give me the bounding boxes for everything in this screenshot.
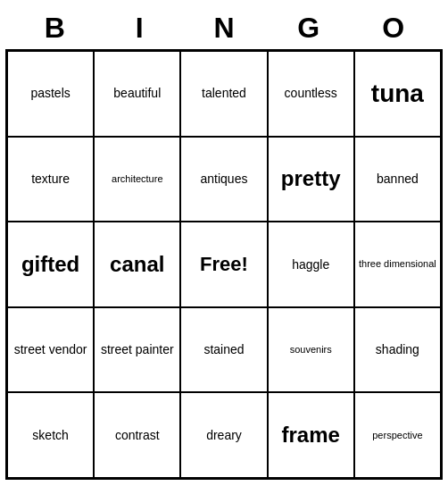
bingo-letter-g: G xyxy=(270,12,348,45)
bingo-cell-6: architecture xyxy=(94,137,180,222)
bingo-cell-24: perspective xyxy=(354,392,441,478)
bingo-cell-10: gifted xyxy=(7,222,94,307)
bingo-cell-0: pastels xyxy=(7,51,94,137)
bingo-cell-20: sketch xyxy=(7,392,94,478)
bingo-grid: pastelsbeautifultalentedcountlesstunatex… xyxy=(5,49,443,480)
bingo-cell-12: Free! xyxy=(180,222,267,307)
bingo-cell-1: beautiful xyxy=(94,51,180,137)
bingo-cell-8: pretty xyxy=(268,137,354,222)
bingo-letter-b: B xyxy=(15,12,94,45)
bingo-cell-15: street vendor xyxy=(7,307,94,393)
bingo-cell-13: haggle xyxy=(268,222,354,307)
bingo-letter-o: O xyxy=(354,12,433,45)
bingo-cell-16: street painter xyxy=(94,307,180,393)
bingo-cell-7: antiques xyxy=(180,137,267,222)
bingo-letter-i: I xyxy=(100,12,178,45)
bingo-cell-22: dreary xyxy=(180,392,267,478)
bingo-cell-19: shading xyxy=(354,307,441,393)
bingo-cell-17: stained xyxy=(180,307,267,393)
bingo-cell-5: texture xyxy=(7,137,94,222)
bingo-cell-11: canal xyxy=(94,222,180,307)
bingo-card: BINGO pastelsbeautifultalentedcountlesst… xyxy=(5,6,443,480)
bingo-cell-3: countless xyxy=(268,51,354,137)
bingo-cell-9: banned xyxy=(354,137,441,222)
bingo-header: BINGO xyxy=(5,6,443,49)
bingo-cell-14: three dimensional xyxy=(354,222,441,307)
bingo-cell-18: souvenirs xyxy=(268,307,354,393)
bingo-cell-4: tuna xyxy=(354,51,441,137)
bingo-letter-n: N xyxy=(185,12,263,45)
bingo-cell-21: contrast xyxy=(94,392,180,478)
bingo-cell-2: talented xyxy=(180,51,267,137)
bingo-cell-23: frame xyxy=(268,392,354,478)
